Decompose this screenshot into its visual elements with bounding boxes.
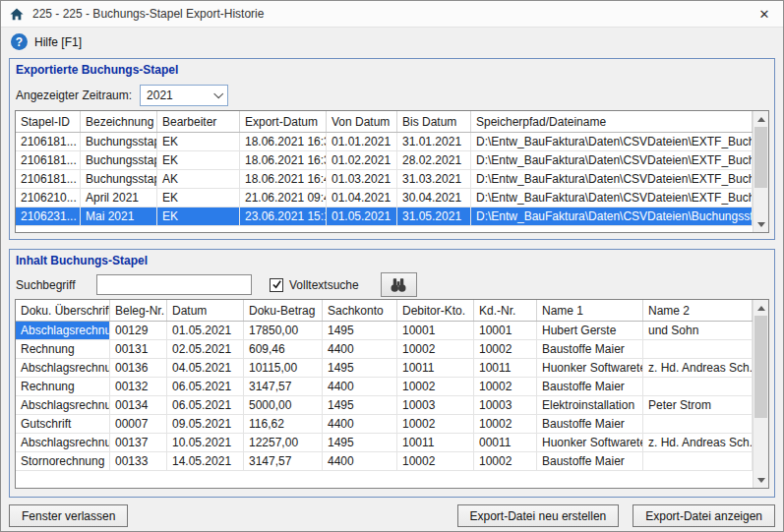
table-cell[interactable]: 5000,00 — [244, 396, 323, 414]
table-row[interactable]: 2106181...Buchungsstapel...AK18.06.2021 … — [16, 170, 753, 189]
table-cell[interactable]: 00137 — [110, 434, 167, 451]
column-header[interactable]: Bearbeiter — [157, 111, 240, 132]
table-cell[interactable]: D:\Entw_BauFaktura\Daten\CSVDateien\EXTF… — [471, 151, 753, 169]
table-cell[interactable]: 10003 — [474, 396, 537, 414]
table-row[interactable]: 2106181...Buchungsstapel...EK18.06.2021 … — [16, 133, 753, 151]
table-cell[interactable]: 10011 — [474, 359, 537, 377]
leave-window-button[interactable]: Fenster verlassen — [9, 504, 128, 527]
vertical-scrollbar[interactable] — [753, 300, 768, 488]
create-export-file-button[interactable]: Export-Datei neu erstellen — [457, 504, 620, 527]
table-cell[interactable]: 18.06.2021 16:34 — [240, 133, 327, 150]
table-cell[interactable]: z. Hd. Andreas Sch... — [643, 434, 753, 451]
table-cell[interactable]: 10002 — [397, 340, 474, 358]
table-row[interactable]: Rechnung0013102.05.2021609,4644001000210… — [16, 340, 753, 359]
column-header[interactable]: Sachkonto — [323, 300, 397, 321]
table-cell[interactable]: 10002 — [397, 415, 474, 433]
column-header[interactable]: Stapel-ID — [16, 111, 81, 132]
table-cell[interactable] — [643, 378, 753, 395]
table-cell[interactable]: 10003 — [397, 396, 474, 414]
table-row[interactable]: Stornorechnung0013314.05.20213147,574400… — [16, 452, 753, 471]
table-cell[interactable]: 18.06.2021 16:44 — [240, 170, 327, 188]
table-cell[interactable]: 00136 — [110, 359, 167, 377]
help-icon[interactable]: ? — [11, 33, 28, 50]
table-cell[interactable]: 4400 — [323, 452, 397, 470]
close-button[interactable]: ✕ — [754, 7, 775, 22]
table-cell[interactable]: Buchungsstapel... — [81, 151, 157, 169]
table-cell[interactable]: Baustoffe Maier — [537, 340, 643, 358]
table-cell[interactable]: 1495 — [323, 434, 397, 451]
table-cell[interactable]: 609,46 — [244, 340, 323, 358]
column-header[interactable]: Export-Datum — [240, 111, 327, 132]
table-cell[interactable]: und Sohn — [643, 322, 753, 339]
table-row[interactable]: Abschlagsrechnung 20013710.05.202112257,… — [16, 434, 753, 452]
period-select[interactable]: 2021 — [140, 85, 228, 106]
table-cell[interactable]: 01.02.2021 — [327, 151, 397, 169]
scrollbar-thumb[interactable] — [754, 316, 767, 418]
column-header[interactable]: Debitor-Kto. — [397, 300, 474, 321]
table-cell[interactable]: 14.05.2021 — [167, 452, 244, 470]
table-cell[interactable]: 00134 — [110, 396, 167, 414]
table-cell[interactable]: 00133 — [110, 452, 167, 470]
table-cell[interactable]: 21.06.2021 09:41 — [240, 189, 327, 207]
table-cell[interactable]: 02.05.2021 — [167, 340, 244, 358]
column-header[interactable]: Name 2 — [643, 300, 753, 321]
table-cell[interactable]: 10002 — [474, 340, 537, 358]
table-cell[interactable]: Baustoffe Maier — [537, 415, 643, 433]
table-cell[interactable]: 3147,57 — [244, 378, 323, 395]
table-cell[interactable]: 17850,00 — [244, 322, 323, 339]
table-cell[interactable]: 4400 — [323, 340, 397, 358]
table-cell[interactable]: 1495 — [323, 359, 397, 377]
vertical-scrollbar[interactable] — [753, 111, 768, 232]
table-cell[interactable]: 28.02.2021 — [397, 151, 471, 169]
table-cell[interactable]: Mai 2021 — [81, 207, 157, 225]
table-cell[interactable]: 10002 — [397, 378, 474, 395]
column-header[interactable]: Speicherpfad/Dateiname — [471, 111, 753, 132]
table-cell[interactable]: Gutschrift — [16, 415, 110, 433]
column-header[interactable]: Bis Datum — [397, 111, 471, 132]
table-cell[interactable]: 10011 — [397, 434, 474, 451]
help-button[interactable]: Hilfe [F1] — [34, 35, 82, 49]
table-cell[interactable]: 01.03.2021 — [327, 170, 397, 188]
table-cell[interactable]: 18.06.2021 16:36 — [240, 151, 327, 169]
table-cell[interactable]: Huonker Softwarete... — [537, 434, 643, 451]
table-row[interactable]: 2106231...Mai 2021EK23.06.2021 15:1701.0… — [16, 207, 753, 226]
table-cell[interactable]: Huonker Softwarete... — [537, 359, 643, 377]
table-cell[interactable]: 31.03.2021 — [397, 170, 471, 188]
table-cell[interactable]: 09.05.2021 — [167, 415, 244, 433]
column-header[interactable]: Kd.-Nr. — [474, 300, 537, 321]
table-cell[interactable]: Abschlagsrechnung — [16, 396, 110, 414]
table-cell[interactable]: 3147,57 — [244, 452, 323, 470]
table-cell[interactable]: April 2021 — [81, 189, 157, 207]
table-cell[interactable]: EK — [157, 133, 240, 150]
table-cell[interactable]: 2106181... — [16, 133, 81, 150]
table-cell[interactable]: 23.06.2021 15:17 — [240, 207, 327, 225]
table-cell[interactable] — [643, 340, 753, 358]
table-cell[interactable]: 2106210... — [16, 189, 81, 207]
table-cell[interactable]: 06.05.2021 — [167, 378, 244, 395]
table-cell[interactable]: 00132 — [110, 378, 167, 395]
table-cell[interactable]: Baustoffe Maier — [537, 378, 643, 395]
table-cell[interactable]: EK — [157, 189, 240, 207]
table-cell[interactable]: 12257,00 — [244, 434, 323, 451]
table-cell[interactable]: D:\Entw_BauFaktura\Daten\CSVDateien\Buch… — [471, 207, 753, 225]
table-cell[interactable]: 04.05.2021 — [167, 359, 244, 377]
scrollbar-thumb[interactable] — [754, 127, 767, 188]
table-cell[interactable]: 1495 — [323, 396, 397, 414]
fulltext-checkbox-wrap[interactable]: Volltextsuche — [270, 278, 359, 292]
table-cell[interactable]: 00129 — [110, 322, 167, 339]
fulltext-checkbox[interactable] — [270, 278, 283, 292]
column-header[interactable]: Name 1 — [537, 300, 643, 321]
table-cell[interactable]: 31.01.2021 — [397, 133, 471, 150]
table-cell[interactable]: 10.05.2021 — [167, 434, 244, 451]
table-row[interactable]: 2106210...April 2021EK21.06.2021 09:4101… — [16, 189, 753, 207]
table-row[interactable]: 2106181...Buchungsstapel...EK18.06.2021 … — [16, 151, 753, 170]
table-cell[interactable]: Hubert Gerste — [537, 322, 643, 339]
table-cell[interactable] — [643, 452, 753, 470]
table-cell[interactable]: 01.04.2021 — [327, 189, 397, 207]
table-cell[interactable]: 01.05.2021 — [327, 207, 397, 225]
table-cell[interactable]: D:\Entw_BauFaktura\Daten\CSVDateien\EXTF… — [471, 170, 753, 188]
table-row[interactable]: Gutschrift0000709.05.2021116,62440010002… — [16, 415, 753, 434]
table-cell[interactable]: 00007 — [110, 415, 167, 433]
table-cell[interactable]: z. Hd. Andreas Sch... — [643, 359, 753, 377]
scroll-up-icon[interactable] — [754, 300, 768, 316]
